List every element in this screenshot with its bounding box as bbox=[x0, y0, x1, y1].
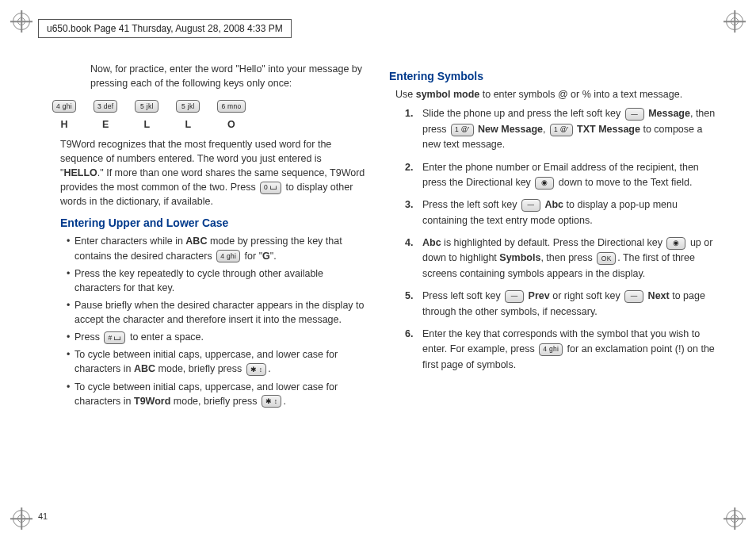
b5d: . bbox=[268, 363, 270, 374]
bullet-press-repeatedly: Press the key repeatedly to cycle throug… bbox=[67, 266, 367, 295]
crop-target-tr bbox=[726, 13, 743, 30]
s1-newmessage: New Message bbox=[478, 124, 543, 135]
keycap-star-shift-2: ✱ ↕ bbox=[262, 395, 282, 408]
right-column: Entering Symbols Use symbol mode to ente… bbox=[389, 62, 718, 510]
b1d: for " bbox=[242, 251, 262, 262]
step-1: 1. Slide the phone up and press the left… bbox=[405, 106, 718, 152]
step-5-number: 5. bbox=[405, 289, 422, 320]
t9-paragraph: T9Word recognizes that the most frequent… bbox=[60, 137, 367, 209]
step-1-number: 1. bbox=[405, 106, 422, 152]
hello-key-e: 3 def E bbox=[92, 98, 119, 132]
bullet-enter-characters: Enter characters while in ABC mode by pr… bbox=[67, 234, 367, 262]
s3-abc: Abc bbox=[544, 199, 563, 210]
practice-intro: Now, for practice, enter the word "Hello… bbox=[90, 62, 367, 90]
step-3-number: 3. bbox=[405, 197, 422, 228]
step-4-number: 4. bbox=[405, 236, 422, 281]
hello-letter-h: H bbox=[51, 117, 78, 132]
keycap-4ghi-inline: 4 ghi bbox=[216, 250, 240, 262]
t9-text-hello: HELLO bbox=[63, 167, 97, 178]
page-header-meta: u650.book Page 41 Thursday, August 28, 2… bbox=[38, 19, 292, 38]
crop-target-tl bbox=[13, 13, 30, 30]
step-3: 3. Press the left soft key — Abc to disp… bbox=[405, 197, 718, 228]
hello-letter-l1: L bbox=[133, 117, 160, 132]
page-body: Now, for practice, enter the word "Hello… bbox=[38, 62, 718, 510]
upper-lower-bullets: Enter characters while in ABC mode by pr… bbox=[67, 234, 367, 408]
keycap-6mno: 6 mno bbox=[217, 100, 245, 113]
hello-key-o: 6 mno O bbox=[216, 98, 246, 132]
keycap-directional: ◉ bbox=[535, 177, 554, 190]
keycap-1b: 1 @' bbox=[550, 124, 573, 136]
keycap-5jkl: 5 jkl bbox=[176, 100, 200, 113]
hello-key-l2: 5 jkl L bbox=[174, 98, 201, 132]
b1e: G bbox=[262, 251, 270, 262]
hello-letter-e: E bbox=[92, 117, 119, 132]
step-5-text: Press left soft key — Prev or right soft… bbox=[422, 289, 718, 320]
section-upper-lower-case: Entering Upper and Lower Case bbox=[60, 215, 367, 231]
keycap-directional-2: ◉ bbox=[666, 237, 685, 250]
step-2-number: 2. bbox=[405, 160, 422, 191]
s5-prev: Prev bbox=[529, 290, 550, 301]
page-number: 41 bbox=[38, 511, 48, 521]
b6c: mode, briefly press bbox=[170, 396, 260, 407]
crop-target-br bbox=[726, 510, 743, 527]
s1e: , bbox=[543, 124, 548, 135]
intro-b: symbol mode bbox=[416, 89, 480, 100]
b5c: mode, briefly press bbox=[155, 363, 245, 374]
b4a: Press bbox=[74, 331, 102, 343]
hello-key-l1: 5 jkl L bbox=[133, 98, 160, 132]
s4c: , then press bbox=[540, 252, 595, 263]
keycap-1: 1 @' bbox=[451, 124, 474, 136]
s1-txtmessage: TXT Message bbox=[577, 124, 640, 135]
keycap-left-softkey-3: — bbox=[505, 290, 524, 303]
s1-message: Message bbox=[648, 108, 690, 119]
section-entering-symbols: Entering Symbols bbox=[389, 68, 718, 84]
s1a: Slide the phone up and press the left so… bbox=[422, 108, 624, 119]
step-4: 4. Abc is highlighted by default. Press … bbox=[405, 236, 718, 281]
s5c: or right soft key bbox=[550, 290, 623, 301]
keycap-5jkl: 5 jkl bbox=[135, 100, 158, 113]
b6d: . bbox=[283, 396, 285, 407]
bullet-cycle-t9word: To cycle between initial caps, uppercase… bbox=[67, 380, 367, 408]
step-4-text: Abc is highlighted by default. Press the… bbox=[422, 236, 718, 281]
b5b: ABC bbox=[134, 363, 155, 374]
intro-a: Use bbox=[395, 89, 416, 100]
s5-next: Next bbox=[648, 290, 670, 301]
step-1-text: Slide the phone up and press the left so… bbox=[422, 106, 718, 152]
b6b: T9Word bbox=[134, 396, 170, 407]
step-2: 2. Enter the phone number or Email addre… bbox=[405, 160, 718, 191]
step-3-text: Press the left soft key — Abc to display… bbox=[422, 197, 718, 228]
s4-abc: Abc bbox=[422, 237, 441, 248]
keycap-ok: OK bbox=[597, 252, 616, 265]
b4b: to enter a space. bbox=[127, 331, 204, 343]
keycap-zero: 0 ⌴ bbox=[260, 182, 281, 194]
keycap-left-softkey: — bbox=[625, 108, 644, 121]
step-2-text: Enter the phone number or Email address … bbox=[422, 160, 718, 191]
bullet-cycle-abc: To cycle between initial caps, uppercase… bbox=[67, 347, 367, 376]
keycap-3def: 3 def bbox=[94, 100, 117, 113]
s4a: is highlighted by default. Press the Dir… bbox=[441, 237, 666, 248]
s4-symbols: Symbols bbox=[499, 252, 540, 263]
intro-c: to enter symbols @ or % into a text mess… bbox=[479, 89, 682, 100]
step-6-text: Enter the key that corresponds with the … bbox=[422, 327, 718, 373]
keycap-hash-space: # ⌴ bbox=[104, 331, 125, 344]
hello-letter-o: O bbox=[216, 117, 246, 132]
keycap-4ghi: 4 ghi bbox=[52, 100, 76, 113]
bullet-pause-briefly: Pause briefly when the desired character… bbox=[67, 298, 367, 327]
s3a: Press the left soft key bbox=[422, 199, 520, 210]
crop-target-bl bbox=[13, 510, 30, 527]
b1a: Enter characters while in bbox=[74, 236, 185, 247]
keycap-right-softkey: — bbox=[624, 290, 643, 303]
keycap-4ghi-2: 4 ghi bbox=[539, 343, 563, 356]
step-6: 6. Enter the key that corresponds with t… bbox=[405, 327, 718, 373]
s2b: down to move to the Text field. bbox=[556, 177, 692, 188]
symbols-intro: Use symbol mode to enter symbols @ or % … bbox=[395, 87, 718, 101]
b1f: ". bbox=[270, 251, 277, 262]
hello-key-row: 4 ghi H 3 def E 5 jkl L 5 jkl L 6 mno O bbox=[51, 98, 367, 132]
hello-key-h: 4 ghi H bbox=[51, 98, 78, 132]
s5a: Press left soft key bbox=[422, 290, 503, 301]
keycap-left-softkey-2: — bbox=[521, 199, 540, 212]
bullet-press-space: Press # ⌴ to enter a space. bbox=[67, 330, 367, 344]
symbols-steps: 1. Slide the phone up and press the left… bbox=[405, 106, 718, 373]
step-5: 5. Press left soft key — Prev or right s… bbox=[405, 289, 718, 320]
left-column: Now, for practice, enter the word "Hello… bbox=[38, 62, 367, 510]
